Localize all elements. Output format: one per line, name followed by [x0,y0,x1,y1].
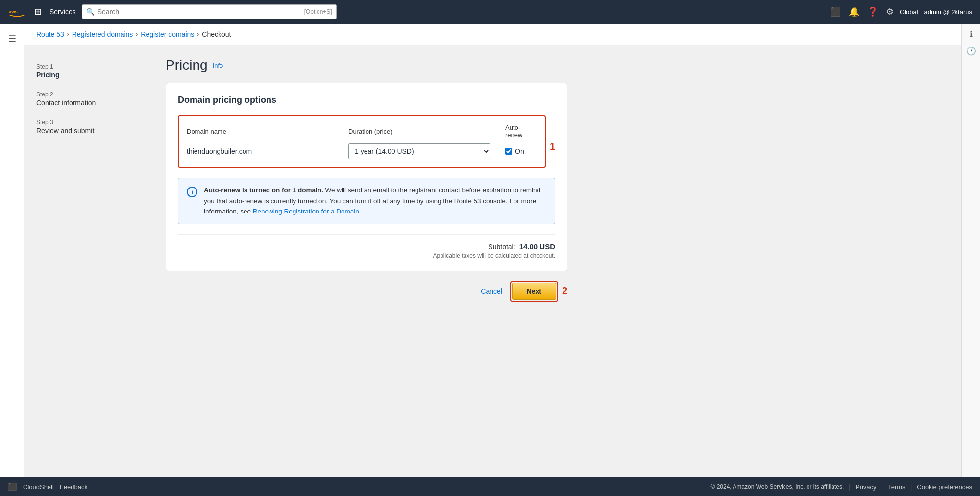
autorenew-checkbox[interactable] [505,148,512,155]
next-btn-wrapper: Next [510,281,558,302]
left-sidebar: ☰ [0,24,24,477]
copyright-text: © 2024, Amazon Web Services, Inc. or its… [710,483,844,490]
aws-logo[interactable]: aws [8,4,26,19]
subtotal-row: Subtotal: 14.00 USD Applicable taxes wil… [178,234,555,259]
breadcrumb-registered-domains[interactable]: Registered domains [72,30,133,38]
svg-text:i: i [192,189,194,196]
services-nav[interactable]: Services [49,8,76,16]
next-button[interactable]: Next [512,283,556,300]
step-2-name: Contact information [36,99,154,107]
right-panel: ℹ 🕐 [961,24,980,477]
domain-name-value: thienduongbuiler.com [187,147,348,155]
breadcrumb-sep-1: › [67,31,69,38]
privacy-link[interactable]: Privacy [856,483,877,491]
step-1-name: Pricing [36,71,154,79]
autorenew-value: On [505,147,537,155]
terminal-icon[interactable]: ⬛ [830,6,841,17]
breadcrumb-route53[interactable]: Route 53 [36,30,64,38]
cloudshell-icon: ⬛ [8,482,17,491]
help-icon[interactable]: ❓ [867,6,878,17]
duration-select-wrapper[interactable]: 1 year (14.00 USD) [348,143,505,159]
content-area: Route 53 › Registered domains › Register… [24,24,961,477]
bottom-left: ⬛ CloudShell Feedback [8,482,88,491]
search-icon: 🔍 [86,8,95,16]
domain-row-wrapper: Domain name Duration (price) Auto-renew … [178,115,546,168]
hamburger-icon[interactable]: ☰ [4,29,20,48]
grid-icon[interactable]: ⊞ [32,4,44,19]
step-1-label: Step 1 [36,63,154,70]
info-text: Auto-renew is turned on for 1 domain. We… [204,185,547,217]
domain-row-values: thienduongbuiler.com 1 year (14.00 USD) … [187,143,537,159]
pricing-card-title: Domain pricing options [178,95,555,105]
subtotal-line: Subtotal: 14.00 USD [488,242,555,251]
bell-icon[interactable]: 🔔 [849,6,859,17]
settings-icon[interactable]: ⚙ [886,6,894,17]
info-circle-icon: i [186,186,198,198]
info-right-icon[interactable]: ℹ [970,29,973,39]
info-link[interactable]: Info [213,62,223,69]
search-shortcut: [Option+S] [304,8,332,15]
sep-2: | [882,483,883,491]
step-3-name: Review and submit [36,127,154,135]
feedback-link[interactable]: Feedback [60,483,88,491]
region-selector[interactable]: Global [900,8,918,16]
page-title-row: Pricing Info [166,57,950,73]
user-menu[interactable]: admin @ 2ktarus [924,8,972,16]
search-bar[interactable]: 🔍 [Option+S] [82,4,337,19]
step-2-item[interactable]: Step 2 Contact information [36,85,154,113]
sep-1: | [849,483,851,491]
col-duration-label: Duration (price) [348,128,505,135]
step-3-item[interactable]: Step 3 Review and submit [36,113,154,141]
autorenew-label: On [515,147,524,155]
annotation-1: 1 [550,141,555,152]
col-domain-label: Domain name [187,128,348,135]
col-autorenew-label: Auto-renew [505,124,537,139]
cookie-link[interactable]: Cookie preferences [917,483,972,491]
top-navigation: aws ⊞ Services 🔍 [Option+S] ⬛ 🔔 ❓ ⚙ Glob… [0,0,980,24]
nav-icon-group: ⬛ 🔔 ❓ ⚙ [830,6,894,17]
steps-panel: Step 1 Pricing Step 2 Contact informatio… [36,57,154,466]
duration-select[interactable]: 1 year (14.00 USD) [348,143,490,159]
terms-link[interactable]: Terms [888,483,905,491]
annotation-2: 2 [562,285,567,297]
info-box: i Auto-renew is turned on for 1 domain. … [178,178,555,224]
page-title: Pricing [166,57,208,73]
page-content: Step 1 Pricing Step 2 Contact informatio… [24,46,961,477]
bottom-bar: ⬛ CloudShell Feedback © 2024, Amazon Web… [0,477,980,496]
domain-row-header: Domain name Duration (price) Auto-renew [187,124,537,139]
bottom-right: © 2024, Amazon Web Services, Inc. or its… [710,483,972,491]
clock-right-icon[interactable]: 🕐 [966,47,976,56]
svg-text:aws: aws [9,9,18,14]
step-1-item[interactable]: Step 1 Pricing [36,57,154,85]
info-text-strong: Auto-renew is turned on for 1 domain. [204,187,323,194]
pricing-card: Domain pricing options Domain name Durat… [166,83,567,271]
main-wrapper: ☰ Route 53 › Registered domains › Regist… [0,24,980,477]
subtotal-note: Applicable taxes will be calculated at c… [433,252,555,259]
step-2-label: Step 2 [36,91,154,98]
main-section: Pricing Info Domain pricing options Doma… [166,57,950,466]
renewing-link[interactable]: Renewing Registration for a Domain [253,208,359,215]
sep-3: | [910,483,912,491]
cancel-button[interactable]: Cancel [481,287,502,295]
subtotal-label: Subtotal: [488,243,515,251]
cloudshell-link[interactable]: CloudShell [23,483,54,491]
breadcrumb: Route 53 › Registered domains › Register… [24,24,961,46]
info-text-period: . [361,208,363,215]
breadcrumb-sep-2: › [136,31,138,38]
step-3-label: Step 3 [36,119,154,126]
breadcrumb-sep-3: › [197,31,199,38]
breadcrumb-register-domains[interactable]: Register domains [141,30,194,38]
breadcrumb-checkout: Checkout [202,30,231,38]
search-input[interactable] [98,8,284,16]
subtotal-amount: 14.00 USD [519,242,555,251]
